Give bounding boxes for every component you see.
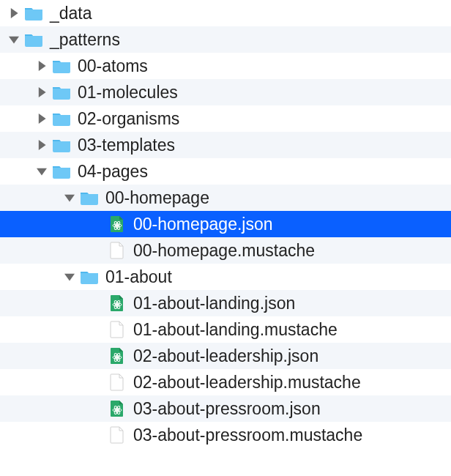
indent — [0, 198, 63, 198]
indent — [0, 66, 35, 67]
folder-label: _patterns — [50, 30, 120, 50]
svg-marker-3 — [39, 87, 46, 97]
svg-marker-2 — [39, 61, 46, 71]
indent — [0, 92, 35, 93]
json-file-icon — [107, 215, 127, 233]
tree-row[interactable]: 02-about-leadership.mustache — [0, 369, 451, 395]
folder-icon — [51, 138, 72, 152]
file-label: 00-homepage.mustache — [133, 241, 315, 261]
disclosure-down-icon[interactable] — [7, 34, 20, 45]
folder-icon — [23, 6, 44, 21]
indent — [0, 330, 91, 330]
file-label: 03-about-pressroom.json — [133, 399, 321, 419]
folder-icon — [51, 85, 72, 100]
folder-label: 01-about — [105, 267, 172, 287]
tree-row[interactable]: 00-atoms — [0, 53, 451, 79]
disclosure-down-icon[interactable] — [35, 166, 48, 176]
folder-icon — [51, 164, 72, 179]
tree-row[interactable]: 02-organisms — [0, 105, 451, 132]
svg-marker-7 — [64, 195, 75, 202]
tree-row[interactable]: 01-about-landing.mustache — [0, 316, 451, 343]
folder-label: 02-organisms — [78, 109, 179, 129]
indent — [0, 13, 7, 14]
svg-marker-12 — [64, 274, 75, 281]
indent — [0, 250, 91, 251]
indent — [0, 303, 91, 304]
folder-label: 04-pages — [78, 162, 148, 182]
disclosure-right-icon[interactable] — [35, 87, 48, 97]
svg-marker-1 — [9, 37, 19, 44]
folder-icon — [23, 32, 44, 47]
file-label: 01-about-landing.json — [133, 294, 295, 313]
indent — [0, 435, 91, 436]
folder-label: 00-atoms — [78, 56, 148, 76]
tree-row[interactable]: 00-homepage — [0, 185, 451, 211]
indent — [0, 382, 91, 383]
disclosure-right-icon[interactable] — [35, 61, 48, 71]
tree-row[interactable]: 02-about-leadership.json — [0, 343, 451, 369]
svg-marker-6 — [37, 168, 47, 176]
folder-icon — [51, 59, 72, 73]
tree-row[interactable]: 03-about-pressroom.mustache — [0, 422, 451, 448]
indent — [0, 409, 91, 409]
file-label: 02-about-leadership.mustache — [133, 373, 361, 393]
file-icon — [107, 242, 127, 259]
svg-marker-4 — [39, 114, 46, 124]
disclosure-down-icon[interactable] — [63, 272, 76, 282]
disclosure-right-icon[interactable] — [35, 114, 48, 124]
json-file-icon — [107, 347, 127, 365]
tree-row[interactable]: 01-about-landing.json — [0, 290, 451, 316]
file-tree: _data _patterns 00-atoms 01-molecules 02… — [0, 0, 451, 448]
disclosure-down-icon[interactable] — [63, 193, 76, 203]
folder-label: 00-homepage — [105, 188, 209, 208]
indent — [0, 119, 35, 119]
file-icon — [107, 321, 127, 338]
tree-row[interactable]: 00-homepage.mustache — [0, 237, 451, 264]
svg-marker-5 — [39, 140, 46, 150]
file-label: 03-about-pressroom.mustache — [133, 425, 362, 445]
folder-icon — [51, 111, 72, 126]
indent — [0, 356, 91, 357]
folder-icon — [79, 190, 100, 205]
tree-row[interactable]: _patterns — [0, 26, 451, 53]
folder-label: 03-templates — [78, 135, 175, 155]
tree-row[interactable]: 04-pages — [0, 158, 451, 185]
svg-marker-0 — [11, 8, 18, 18]
indent — [0, 224, 91, 225]
folder-label: _data — [50, 4, 92, 23]
tree-row[interactable]: 03-templates — [0, 132, 451, 158]
json-file-icon — [107, 400, 127, 417]
indent — [0, 40, 7, 40]
tree-row[interactable]: 01-about — [0, 264, 451, 290]
file-icon — [107, 426, 127, 444]
file-label: 00-homepage.json — [133, 215, 273, 234]
disclosure-right-icon[interactable] — [7, 8, 20, 18]
json-file-icon — [107, 294, 127, 312]
tree-row[interactable]: 01-molecules — [0, 79, 451, 105]
file-label: 02-about-leadership.json — [133, 346, 318, 366]
indent — [0, 145, 35, 146]
indent — [0, 171, 35, 172]
disclosure-right-icon[interactable] — [35, 140, 48, 150]
indent — [0, 277, 63, 278]
folder-icon — [79, 269, 100, 284]
tree-row[interactable]: _data — [0, 0, 451, 26]
tree-row[interactable]: 03-about-pressroom.json — [0, 395, 451, 422]
file-label: 01-about-landing.mustache — [133, 320, 338, 340]
folder-label: 01-molecules — [78, 83, 178, 103]
file-icon — [107, 373, 127, 391]
tree-row[interactable]: 00-homepage.json — [0, 211, 451, 237]
